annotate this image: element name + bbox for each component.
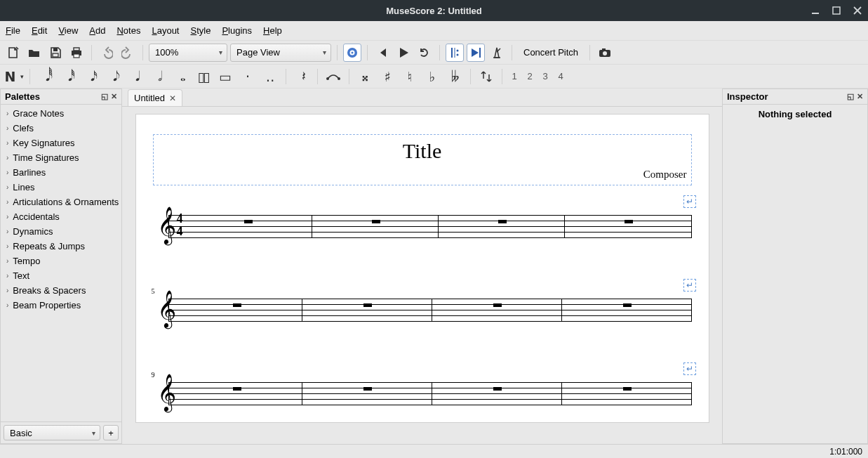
whole-rest[interactable] <box>363 303 372 307</box>
palette-item-dynamics[interactable]: ›Dynamics <box>2 224 120 239</box>
print-button[interactable] <box>67 44 86 62</box>
whole-rest[interactable] <box>363 387 372 391</box>
workspace-combo[interactable]: Basic▾ <box>4 425 100 440</box>
pan-playback-toggle[interactable] <box>467 44 485 62</box>
close-icon[interactable]: ✕ <box>169 93 176 103</box>
system-break-icon[interactable]: ↵ <box>683 362 696 375</box>
palette-item-accidentals[interactable]: ›Accidentals <box>2 209 120 224</box>
whole-rest[interactable] <box>498 220 507 223</box>
loop-button[interactable] <box>415 44 434 62</box>
duration-whole-button[interactable]: 𝅝 <box>171 67 190 86</box>
staff[interactable]: 𝄞 44 <box>153 215 692 238</box>
tie-button[interactable] <box>323 67 343 86</box>
score-title[interactable]: Title <box>158 139 687 163</box>
menu-edit[interactable]: Edit <box>32 25 47 36</box>
score-composer[interactable]: Composer <box>158 169 687 181</box>
duration-64th-button[interactable]: 𝅘𝅥𝅱 <box>36 67 55 86</box>
double-sharp-button[interactable]: 𝄪 <box>355 67 375 86</box>
duration-quarter-button[interactable]: 𝅘𝅥 <box>126 67 145 86</box>
screenshot-button[interactable] <box>596 44 614 62</box>
inspector-undock-icon[interactable]: ◱ <box>847 92 854 101</box>
sharp-button[interactable]: ♯ <box>378 67 397 86</box>
view-mode-combo[interactable]: Page View▾ <box>230 44 331 62</box>
rest-button[interactable]: 𝄽 <box>292 67 312 86</box>
whole-rest[interactable] <box>493 387 502 391</box>
image-capture-toggle[interactable] <box>343 44 361 62</box>
window-minimize-button[interactable] <box>810 6 820 15</box>
concert-pitch-toggle[interactable]: Concert Pitch <box>518 44 584 62</box>
measure-number: 5 <box>152 287 155 295</box>
time-signature[interactable]: 44 <box>177 212 183 237</box>
redo-button[interactable] <box>119 44 137 62</box>
window-maximize-button[interactable] <box>832 6 841 15</box>
document-tab[interactable]: Untitled ✕ <box>128 89 182 106</box>
window-close-button[interactable] <box>853 6 862 15</box>
menu-style[interactable]: Style <box>190 25 211 36</box>
system-break-icon[interactable]: ↵ <box>683 195 696 208</box>
play-button[interactable] <box>394 44 413 62</box>
menu-notes[interactable]: Notes <box>116 25 140 36</box>
voice-1-button[interactable]: 1 <box>508 71 521 81</box>
voice-2-button[interactable]: 2 <box>523 71 536 81</box>
palette-item-grace-notes[interactable]: ›Grace Notes <box>2 106 120 121</box>
staff[interactable]: 𝄞 <box>153 382 692 405</box>
flat-button[interactable]: ♭ <box>422 67 442 86</box>
duration-breve-button[interactable]: ▯▯ <box>193 67 213 86</box>
palette-item-key-signatures[interactable]: ›Key Signatures <box>2 136 120 150</box>
metronome-button[interactable] <box>488 44 506 62</box>
duration-8th-button[interactable]: 𝅘𝅥𝅮 <box>103 67 123 86</box>
menu-file[interactable]: File <box>6 25 20 36</box>
palette-item-articulations[interactable]: ›Articulations & Ornaments <box>2 195 120 209</box>
new-score-button[interactable] <box>4 44 22 62</box>
palette-item-breaks[interactable]: ›Breaks & Spacers <box>2 283 120 298</box>
whole-rest[interactable] <box>625 220 633 223</box>
palette-item-beam[interactable]: ›Beam Properties <box>2 298 120 313</box>
note-input-mode-button[interactable]: N ▾ <box>4 67 24 86</box>
undo-button[interactable] <box>98 44 116 62</box>
duration-32nd-button[interactable]: 𝅘𝅥𝅰 <box>58 67 78 86</box>
dot-button[interactable]: · <box>238 67 258 86</box>
voice-3-button[interactable]: 3 <box>539 71 552 81</box>
whole-rest[interactable] <box>372 220 380 223</box>
staff[interactable]: 𝄞 <box>153 299 692 322</box>
duration-half-button[interactable]: 𝅗𝅥 <box>148 67 168 86</box>
whole-rest[interactable] <box>233 387 241 391</box>
score-page[interactable]: Title Composer ↵ 𝄞 44 <box>135 114 709 423</box>
score-canvas[interactable]: Title Composer ↵ 𝄞 44 <box>122 107 722 444</box>
palette-item-text[interactable]: ›Text <box>2 268 120 283</box>
add-workspace-button[interactable]: + <box>103 425 119 440</box>
palettes-close-icon[interactable]: ✕ <box>111 92 117 101</box>
rewind-button[interactable] <box>373 44 392 62</box>
duration-longa-button[interactable]: ▭ <box>215 67 235 86</box>
whole-rest[interactable] <box>623 303 632 307</box>
palette-item-time-signatures[interactable]: ›Time Signatures <box>2 150 120 165</box>
flip-direction-button[interactable] <box>476 67 496 86</box>
palettes-undock-icon[interactable]: ◱ <box>101 92 108 101</box>
save-button[interactable] <box>46 44 65 62</box>
whole-rest[interactable] <box>233 303 241 307</box>
play-repeats-toggle[interactable] <box>446 44 464 62</box>
palette-item-repeats[interactable]: ›Repeats & Jumps <box>2 239 120 254</box>
menu-plugins[interactable]: Plugins <box>222 25 252 36</box>
open-button[interactable] <box>25 44 44 62</box>
whole-rest[interactable] <box>244 220 253 223</box>
double-flat-button[interactable]: 𝄫 <box>445 67 465 86</box>
palette-item-barlines[interactable]: ›Barlines <box>2 165 120 180</box>
palette-item-tempo[interactable]: ›Tempo <box>2 254 120 268</box>
menu-layout[interactable]: Layout <box>152 25 179 36</box>
whole-rest[interactable] <box>623 387 632 391</box>
palette-item-lines[interactable]: ›Lines <box>2 180 120 195</box>
zoom-combo[interactable]: 100%▾ <box>149 44 227 62</box>
inspector-close-icon[interactable]: ✕ <box>857 92 863 101</box>
system-break-icon[interactable]: ↵ <box>683 279 696 292</box>
palette-item-clefs[interactable]: ›Clefs <box>2 121 120 136</box>
whole-rest[interactable] <box>493 303 502 307</box>
duration-16th-button[interactable]: 𝅘𝅥𝅯 <box>81 67 100 86</box>
title-frame[interactable]: Title Composer <box>153 134 692 185</box>
natural-button[interactable]: ♮ <box>400 67 420 86</box>
menu-view[interactable]: View <box>58 25 78 36</box>
double-dot-button[interactable]: ‥ <box>260 67 280 86</box>
menu-help[interactable]: Help <box>263 25 282 36</box>
voice-4-button[interactable]: 4 <box>554 71 567 81</box>
menu-add[interactable]: Add <box>89 25 105 36</box>
